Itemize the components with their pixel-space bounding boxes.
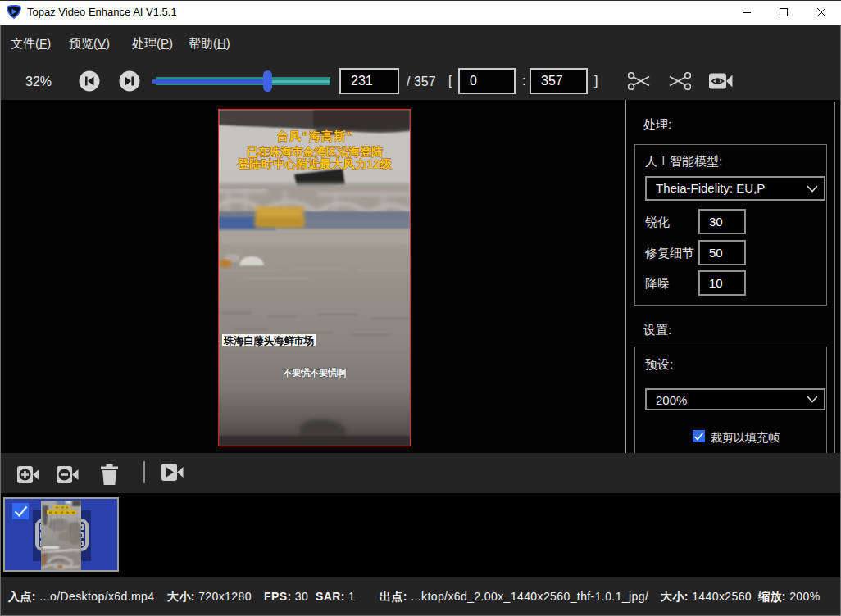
svg-text:珠海白藤头海鲜市场: 珠海白藤头海鲜市场 bbox=[223, 335, 314, 346]
svg-text:登陆时中心附近最大风力12级: 登陆时中心附近最大风力12级 bbox=[237, 157, 393, 170]
svg-text:已在珠海市金湾区沿海登陆: 已在珠海市金湾区沿海登陆 bbox=[247, 145, 383, 158]
svg-text:不要慌不要慌啊: 不要慌不要慌啊 bbox=[282, 367, 347, 378]
svg-text:台风“海高斯”: 台风“海高斯” bbox=[277, 129, 352, 143]
